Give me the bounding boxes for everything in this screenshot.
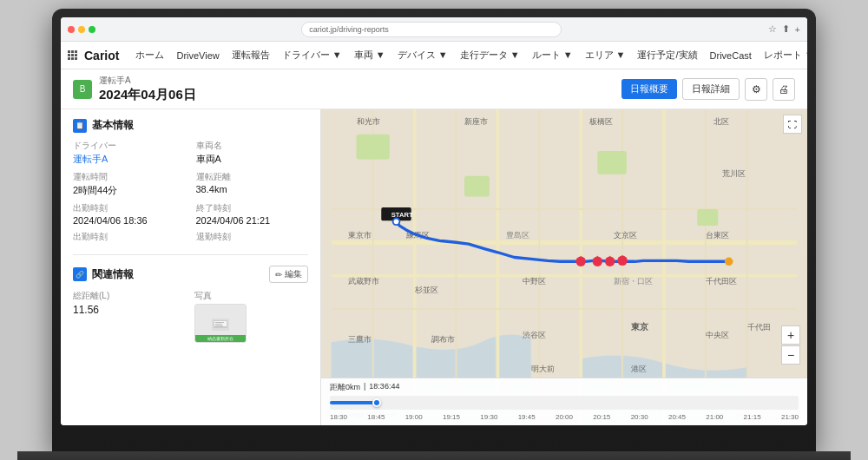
svg-text:中央区: 中央区 — [706, 331, 729, 339]
driver-field: ドライバー 運転手A — [73, 140, 186, 166]
nav-items: ホーム DriveView 運転報告 ドライバー ▼ 車両 ▼ デバイス ▼ 走… — [129, 42, 807, 69]
edit-button[interactable]: ✏ 編集 — [269, 266, 308, 283]
mileage-field: 総距離(L) 11.56 — [73, 290, 187, 343]
time-label-4: 19:30 — [480, 413, 497, 421]
nav-driver[interactable]: ドライバー ▼ — [276, 42, 348, 69]
svg-text:板橋区: 板橋区 — [589, 117, 613, 126]
logo[interactable]: Cariot — [84, 49, 119, 62]
svg-text:荒川区: 荒川区 — [722, 169, 746, 178]
browser-address-bar[interactable]: cariot.jp/driving-reports — [301, 22, 562, 37]
svg-text:港区: 港区 — [631, 365, 647, 373]
timeline-distance: 距離0km — [330, 382, 360, 393]
photo-thumbnail[interactable]: 納品書類所在 — [194, 304, 247, 343]
driver-value: 運転手A — [73, 153, 186, 166]
end-time-value: 2024/04/06 21:21 — [196, 215, 309, 226]
time-label-6: 20:00 — [556, 413, 573, 421]
time-label-8: 20:30 — [631, 413, 648, 421]
maximize-dot — [89, 26, 95, 33]
vehicle-label: 車両名 — [196, 140, 309, 152]
timeline-time: 18:36:44 — [369, 382, 399, 393]
drive-distance-field: 運転距離 38.4km — [196, 171, 309, 197]
svg-text:START: START — [391, 211, 413, 219]
svg-point-60 — [725, 258, 733, 266]
related-info-header: 🔗 関連情報 ✏ 編集 — [73, 266, 308, 283]
page-date: 2024年04月06日 — [99, 87, 196, 103]
logo-text: Cariot — [84, 49, 119, 62]
svg-point-59 — [394, 219, 399, 224]
nav-area[interactable]: エリア ▼ — [579, 42, 632, 69]
time-label-1: 18:45 — [367, 413, 385, 421]
day-detail-button[interactable]: 日報詳細 — [682, 78, 740, 100]
nav-driveview[interactable]: DriveView — [170, 42, 225, 69]
svg-text:東京市: 東京市 — [348, 231, 372, 240]
nav-drive-data[interactable]: 走行データ ▼ — [454, 42, 526, 69]
zoom-out-button[interactable]: − — [781, 345, 800, 365]
svg-text:新宿・口区: 新宿・口区 — [614, 277, 653, 286]
photo-field: 写真 — [194, 290, 309, 343]
svg-text:渋谷区: 渋谷区 — [523, 331, 546, 339]
zoom-in-button[interactable]: + — [781, 325, 800, 345]
map-expand-button[interactable]: ⛶ — [783, 115, 802, 134]
map-panel: 和光市 新座市 板橋区 北区 荒川区 東京市 練馬区 豊島区 文京区 台東区 武… — [321, 109, 807, 425]
svg-text:調布市: 調布市 — [431, 335, 455, 344]
nav-device[interactable]: デバイス ▼ — [391, 42, 454, 69]
map-controls: + − — [781, 325, 800, 365]
nav-report[interactable]: 運転報告 — [226, 42, 276, 69]
return-label: 退勤時刻 — [196, 231, 309, 243]
expand-icon: ⛶ — [788, 120, 797, 129]
page-title-block: 運転手A 2024年04月06日 — [99, 75, 196, 103]
return-field: 退勤時刻 — [196, 231, 309, 244]
start-time-field: 出勤時刻 2024/04/06 18:36 — [73, 202, 186, 226]
svg-rect-23 — [597, 151, 627, 174]
svg-text:豊島区: 豊島区 — [506, 231, 529, 240]
start-time-label: 出勤時刻 — [73, 202, 186, 214]
nav-drivecast[interactable]: DriveCast — [704, 42, 758, 69]
mileage-value: 11.56 — [73, 304, 187, 316]
svg-rect-21 — [357, 135, 390, 160]
day-summary-button[interactable]: 日報概要 — [621, 79, 677, 99]
settings-page-button[interactable]: ⚙ — [745, 78, 767, 101]
svg-text:武蔵野市: 武蔵野市 — [348, 277, 379, 286]
time-label-0: 18:30 — [330, 413, 347, 421]
drive-time-label: 運転時間 — [73, 171, 186, 183]
timeline-progress — [330, 401, 377, 404]
time-label-3: 19:15 — [443, 413, 460, 421]
browser-icon-group: ☆ ⬆ + — [768, 23, 800, 35]
grid-menu-icon[interactable] — [68, 50, 77, 61]
star-icon[interactable]: ☆ — [768, 23, 777, 35]
timeline-thumb[interactable] — [372, 398, 381, 407]
timeline-track[interactable] — [330, 396, 799, 410]
related-info-icon: 🔗 — [73, 267, 87, 281]
end-time-label: 終了時刻 — [196, 202, 309, 214]
close-dot — [68, 26, 75, 33]
departure-field: 出勤時刻 — [73, 231, 186, 244]
page-type-icon: B — [73, 80, 92, 99]
time-label-7: 20:15 — [593, 413, 610, 421]
nav-vehicle[interactable]: 車両 ▼ — [348, 42, 391, 69]
departure-label: 出勤時刻 — [73, 231, 186, 243]
print-button[interactable]: 🖨 — [773, 78, 795, 101]
browser-url: cariot.jp/driving-reports — [309, 25, 389, 34]
nav-schedule[interactable]: 運行予定/実績 — [631, 42, 703, 69]
edit-icon: ✏ — [275, 270, 282, 279]
svg-text:文京区: 文京区 — [614, 231, 637, 240]
add-tab-icon[interactable]: + — [795, 24, 800, 35]
timeline-labels: 18:30 18:45 19:00 19:15 19:30 19:45 20:0… — [330, 413, 799, 421]
left-panel: 📋 基本情報 ドライバー 運転手A 車両名 車両A 運転時間 — [61, 109, 321, 425]
related-info-title: 🔗 関連情報 — [73, 267, 134, 282]
page-header-right: 日報概要 日報詳細 ⚙ 🖨 — [621, 78, 795, 101]
start-time-value: 2024/04/06 18:36 — [73, 215, 186, 226]
end-time-field: 終了時刻 2024/04/06 21:21 — [196, 202, 309, 226]
timeline-tooltip: 距離0km | 18:36:44 — [330, 382, 799, 393]
laptop-screen: cariot.jp/driving-reports ☆ ⬆ + Cariot ホ… — [61, 17, 807, 425]
related-info-section: 🔗 関連情報 ✏ 編集 総距離(L) 11.56 — [73, 266, 308, 343]
drive-time-field: 運転時間 2時間44分 — [73, 171, 186, 197]
laptop-base — [17, 451, 851, 460]
page-header-left: B 運転手A 2024年04月06日 — [73, 75, 196, 103]
time-label-10: 21:00 — [706, 413, 723, 421]
minimize-dot — [78, 26, 85, 33]
nav-route[interactable]: ルート ▼ — [526, 42, 579, 69]
share-icon[interactable]: ⬆ — [782, 23, 790, 35]
nav-home[interactable]: ホーム — [129, 42, 170, 69]
nav-reports[interactable]: レポート ▼ — [758, 42, 807, 69]
